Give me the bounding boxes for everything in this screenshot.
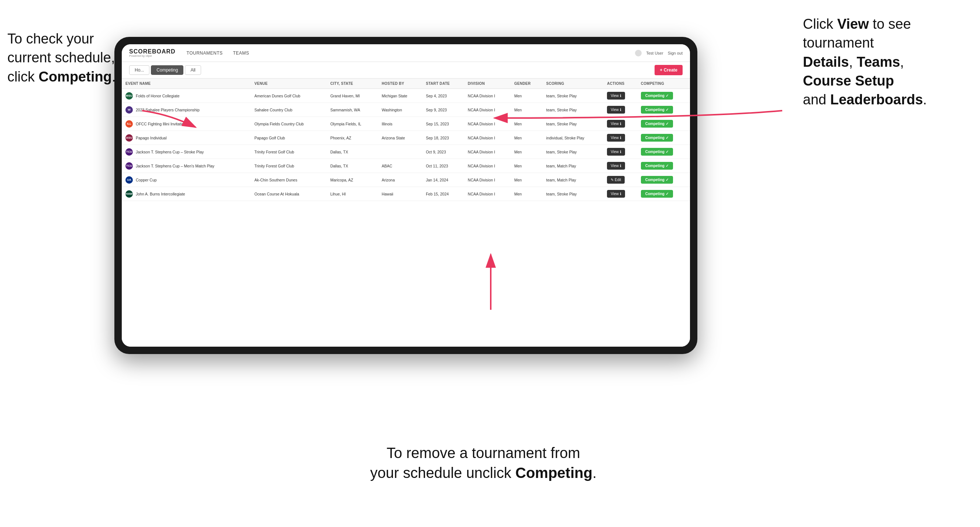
cell-event-name: HAW John A. Burns Intercollegiate bbox=[122, 187, 251, 201]
ann-tl-line3: click bbox=[7, 69, 38, 84]
event-name-text: Jackson T. Stephens Cup – Stroke Play bbox=[136, 150, 204, 154]
cell-scoring: team, Stroke Play bbox=[542, 89, 603, 103]
event-name-text: 2023 Sahalee Players Championship bbox=[136, 108, 200, 112]
user-label: Test User bbox=[646, 51, 663, 55]
cell-division: NCAA Division I bbox=[464, 159, 511, 173]
competing-button[interactable]: Competing ✓ bbox=[641, 106, 673, 114]
tab-home[interactable]: Ho... bbox=[129, 65, 150, 75]
navbar: SCOREBOARD Powered by clipd TOURNAMENTS … bbox=[122, 44, 690, 62]
cell-actions: View ℹ bbox=[603, 187, 637, 201]
cell-event-name: W 2023 Sahalee Players Championship bbox=[122, 103, 251, 117]
signout-link[interactable]: Sign out bbox=[668, 51, 682, 55]
nav-teams[interactable]: TEAMS bbox=[233, 51, 250, 56]
competing-button[interactable]: Competing ✓ bbox=[641, 120, 673, 128]
team-logo: HAW bbox=[126, 190, 133, 198]
cell-gender: Men bbox=[511, 159, 542, 173]
table-row: TCU Jackson T. Stephens Cup – Men's Matc… bbox=[122, 159, 690, 173]
table-row: TCU Jackson T. Stephens Cup – Stroke Pla… bbox=[122, 145, 690, 159]
cell-gender: Men bbox=[511, 173, 542, 187]
cell-venue: Papago Golf Club bbox=[251, 131, 327, 145]
cell-venue: Ak-Chin Southern Dunes bbox=[251, 173, 327, 187]
ann-b-bold: Competing bbox=[515, 465, 593, 481]
cell-scoring: team, Match Play bbox=[542, 159, 603, 173]
view-button[interactable]: View ℹ bbox=[607, 120, 625, 128]
tab-all[interactable]: All bbox=[185, 65, 201, 75]
col-city-state: CITY, STATE bbox=[326, 79, 378, 89]
cell-scoring: team, Stroke Play bbox=[542, 145, 603, 159]
col-venue: VENUE bbox=[251, 79, 327, 89]
view-button[interactable]: View ℹ bbox=[607, 148, 625, 156]
competing-button[interactable]: Competing ✓ bbox=[641, 176, 673, 184]
cell-start-date: Feb 15, 2024 bbox=[422, 187, 464, 201]
cell-event-name: UA Copper Cup bbox=[122, 173, 251, 187]
cell-actions: View ℹ bbox=[603, 103, 637, 117]
view-button[interactable]: View ℹ bbox=[607, 190, 625, 198]
ann-b-line1: To remove a tournament from bbox=[387, 445, 581, 461]
cell-city-state: Dallas, TX bbox=[326, 159, 378, 173]
cell-competing: Competing ✓ bbox=[637, 145, 690, 159]
cell-division: NCAA Division I bbox=[464, 173, 511, 187]
nav-right: Test User Sign out bbox=[635, 50, 682, 56]
tablet-device: SCOREBOARD Powered by clipd TOURNAMENTS … bbox=[115, 37, 697, 354]
cell-start-date: Oct 9, 2023 bbox=[422, 145, 464, 159]
edit-button[interactable]: ✎ Edit bbox=[607, 176, 625, 184]
cell-division: NCAA Division I bbox=[464, 131, 511, 145]
cell-city-state: Sammamish, WA bbox=[326, 103, 378, 117]
tab-competing[interactable]: Competing bbox=[151, 65, 183, 75]
view-button[interactable]: View ℹ bbox=[607, 162, 625, 170]
cell-division: NCAA Division I bbox=[464, 145, 511, 159]
cell-venue: Ocean Course At Hokuala bbox=[251, 187, 327, 201]
team-logo: TCU bbox=[126, 148, 133, 156]
col-event-name: EVENT NAME bbox=[122, 79, 251, 89]
team-logo: ASU bbox=[126, 134, 133, 141]
ann-tl-bold: Competing bbox=[38, 69, 111, 84]
cell-venue: Trinity Forest Golf Club bbox=[251, 145, 327, 159]
cell-competing: Competing ✓ bbox=[637, 159, 690, 173]
cell-hosted-by: Illinois bbox=[378, 117, 422, 131]
event-name-text: OFCC Fighting Illini Invitational bbox=[136, 122, 189, 126]
logo-main-text: SCOREBOARD bbox=[129, 49, 176, 55]
col-division: DIVISION bbox=[464, 79, 511, 89]
table-row: HAW John A. Burns Intercollegiate Ocean … bbox=[122, 187, 690, 201]
competing-button[interactable]: Competing ✓ bbox=[641, 162, 673, 170]
event-name-text: Folds of Honor Collegiate bbox=[136, 94, 179, 98]
cell-start-date: Oct 11, 2023 bbox=[422, 159, 464, 173]
col-scoring: SCORING bbox=[542, 79, 603, 89]
view-button[interactable]: View ℹ bbox=[607, 134, 625, 141]
cell-hosted-by: Michigan State bbox=[378, 89, 422, 103]
cell-venue: Trinity Forest Golf Club bbox=[251, 159, 327, 173]
cell-gender: Men bbox=[511, 145, 542, 159]
competing-button[interactable]: Competing ✓ bbox=[641, 92, 673, 100]
competing-button[interactable]: Competing ✓ bbox=[641, 148, 673, 156]
tablet-screen: SCOREBOARD Powered by clipd TOURNAMENTS … bbox=[122, 44, 690, 347]
ann-tr-bold2: Details bbox=[803, 54, 849, 70]
create-button[interactable]: + Create bbox=[655, 65, 682, 75]
team-logo: MSU bbox=[126, 92, 133, 100]
col-competing: COMPETING bbox=[637, 79, 690, 89]
nav-tournaments[interactable]: TOURNAMENTS bbox=[187, 51, 223, 56]
cell-hosted-by: Hawaii bbox=[378, 187, 422, 201]
cell-start-date: Sep 9, 2023 bbox=[422, 103, 464, 117]
table-header-row: EVENT NAME VENUE CITY, STATE HOSTED BY S… bbox=[122, 79, 690, 89]
team-logo: UA bbox=[126, 176, 133, 184]
cell-start-date: Sep 18, 2023 bbox=[422, 131, 464, 145]
cell-city-state: Dallas, TX bbox=[326, 145, 378, 159]
cell-scoring: team, Stroke Play bbox=[542, 103, 603, 117]
cell-city-state: Grand Haven, MI bbox=[326, 89, 378, 103]
event-name-text: Jackson T. Stephens Cup – Men's Match Pl… bbox=[136, 164, 215, 168]
cell-event-name: ILL OFCC Fighting Illini Invitational bbox=[122, 117, 251, 131]
view-button[interactable]: View ℹ bbox=[607, 106, 625, 114]
cell-hosted-by: ABAC bbox=[378, 159, 422, 173]
competing-button[interactable]: Competing ✓ bbox=[641, 134, 673, 141]
competing-button[interactable]: Competing ✓ bbox=[641, 190, 673, 198]
ann-b-line2: your schedule unclick bbox=[370, 465, 515, 481]
cell-competing: Competing ✓ bbox=[637, 89, 690, 103]
ann-tr-line4: and bbox=[803, 92, 830, 107]
ann-tr-bold1: View bbox=[837, 16, 869, 32]
col-start-date: START DATE bbox=[422, 79, 464, 89]
ann-tr-bold4: Course Setup bbox=[803, 73, 894, 89]
view-button[interactable]: View ℹ bbox=[607, 92, 625, 100]
col-actions: ACTIONS bbox=[603, 79, 637, 89]
cell-gender: Men bbox=[511, 89, 542, 103]
table-row: ILL OFCC Fighting Illini Invitational Ol… bbox=[122, 117, 690, 131]
